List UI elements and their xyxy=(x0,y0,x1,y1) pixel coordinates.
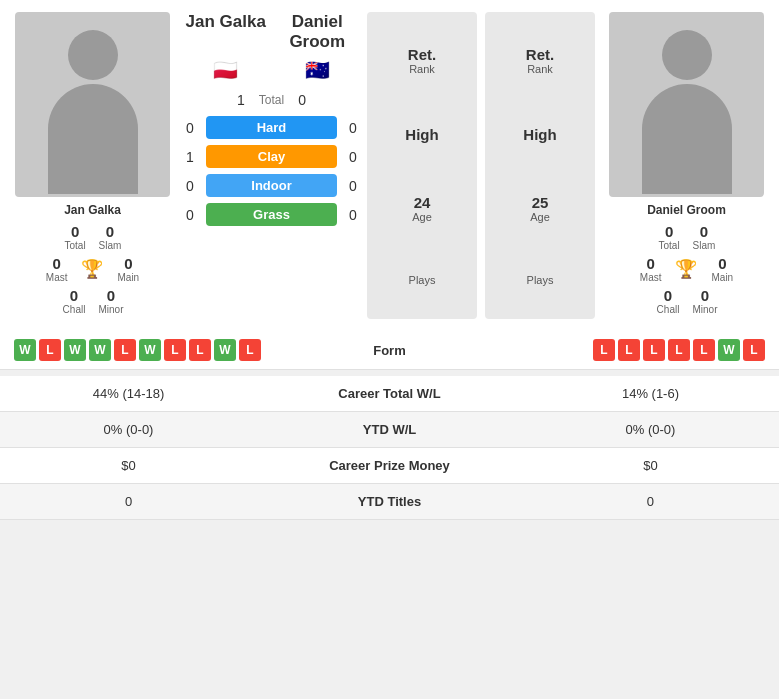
right-minor-stat: 0 Minor xyxy=(693,287,718,315)
player-names-row: Jan Galka Daniel Groom xyxy=(180,12,363,52)
stats-table: 44% (14-18) Career Total W/L 14% (1-6) 0… xyxy=(0,376,779,520)
left-chall-value: 0 xyxy=(70,287,78,304)
right-minor-label: Minor xyxy=(693,304,718,315)
right-chall-stat: 0 Chall xyxy=(655,287,680,315)
left-minor-value: 0 xyxy=(107,287,115,304)
grass-badge: Grass xyxy=(206,203,337,226)
left-form-badges: WLWWLWLLWL xyxy=(14,339,264,361)
right-player-card: Daniel Groom 0 Total 0 Slam 0 Mast 🏆 0 M… xyxy=(599,12,774,319)
clay-left-score: 1 xyxy=(180,149,200,165)
right-prize: $0 xyxy=(522,448,779,484)
form-badge-l: L xyxy=(743,339,765,361)
left-plays-label: Plays xyxy=(409,274,436,286)
right-player-avatar xyxy=(609,12,764,197)
left-age-value: 24 xyxy=(412,194,432,211)
form-badge-w: W xyxy=(14,339,36,361)
right-chall-label: Chall xyxy=(657,304,680,315)
left-mast-row: 0 Mast 🏆 0 Main xyxy=(46,255,139,283)
left-plays-item: Plays xyxy=(409,274,436,286)
right-main-stat: 0 Main xyxy=(711,255,733,283)
career-wl-label: Career Total W/L xyxy=(257,376,522,412)
right-rank-label: Rank xyxy=(526,63,554,75)
right-ytd-wl: 0% (0-0) xyxy=(522,412,779,448)
left-player-name: Jan Galka xyxy=(64,203,121,217)
titles-label: YTD Titles xyxy=(257,484,522,520)
total-label: Total xyxy=(259,93,284,107)
right-mast-row: 0 Mast 🏆 0 Main xyxy=(640,255,733,283)
left-ytd-wl: 0% (0-0) xyxy=(0,412,257,448)
right-form-badges: LLLLLWL xyxy=(515,339,765,361)
left-minor-label: Minor xyxy=(99,304,124,315)
left-main-value: 0 xyxy=(124,255,132,272)
right-plays-label: Plays xyxy=(527,274,554,286)
form-badge-w: W xyxy=(89,339,111,361)
form-badge-l: L xyxy=(693,339,715,361)
titles-row: 0 YTD Titles 0 xyxy=(0,484,779,520)
prize-row: $0 Career Prize Money $0 xyxy=(0,448,779,484)
right-total-stat: 0 Total xyxy=(658,223,681,251)
prize-label: Career Prize Money xyxy=(257,448,522,484)
career-wl-row: 44% (14-18) Career Total W/L 14% (1-6) xyxy=(0,376,779,412)
left-rank-label: Rank xyxy=(408,63,436,75)
left-total-value: 0 xyxy=(71,223,79,240)
right-total-label: Total xyxy=(659,240,680,251)
right-trophy-icon: 🏆 xyxy=(675,258,697,280)
surface-row-hard: 0 Hard 0 xyxy=(180,116,363,139)
form-badge-l: L xyxy=(39,339,61,361)
left-rank-value: Ret. xyxy=(408,46,436,63)
indoor-right-score: 0 xyxy=(343,178,363,194)
form-badge-w: W xyxy=(214,339,236,361)
right-slam-value: 0 xyxy=(700,223,708,240)
center-area: Jan Galka Daniel Groom 🇵🇱 🇦🇺 1 Total 0 0… xyxy=(180,12,363,319)
right-main-value: 0 xyxy=(718,255,726,272)
form-badge-w: W xyxy=(64,339,86,361)
form-badge-l: L xyxy=(593,339,615,361)
left-mast-label: Mast xyxy=(46,272,68,283)
left-high-value: High xyxy=(405,126,438,143)
form-badge-l: L xyxy=(618,339,640,361)
indoor-left-score: 0 xyxy=(180,178,200,194)
left-chall-label: Chall xyxy=(63,304,86,315)
hard-right-score: 0 xyxy=(343,120,363,136)
right-slam-stat: 0 Slam xyxy=(693,223,716,251)
surface-row-clay: 1 Clay 0 xyxy=(180,145,363,168)
left-slam-value: 0 xyxy=(106,223,114,240)
flags-row: 🇵🇱 🇦🇺 xyxy=(180,58,363,82)
right-player-name: Daniel Groom xyxy=(647,203,726,217)
left-mast-value: 0 xyxy=(52,255,60,272)
total-score-row: 1 Total 0 xyxy=(180,92,363,108)
right-player-name-top: Daniel Groom xyxy=(272,12,364,52)
grass-left-score: 0 xyxy=(180,207,200,223)
form-badge-w: W xyxy=(718,339,740,361)
left-minor-stat: 0 Minor xyxy=(99,287,124,315)
right-flag: 🇦🇺 xyxy=(272,58,364,82)
left-titles: 0 xyxy=(0,484,257,520)
form-label: Form xyxy=(264,343,514,358)
grass-right-score: 0 xyxy=(343,207,363,223)
form-badge-l: L xyxy=(668,339,690,361)
left-career-wl: 44% (14-18) xyxy=(0,376,257,412)
right-mast-stat: 0 Mast xyxy=(640,255,662,283)
right-high-value: High xyxy=(523,126,556,143)
left-rank-item: Ret. Rank xyxy=(408,46,436,75)
right-plays-item: Plays xyxy=(527,274,554,286)
form-badge-l: L xyxy=(114,339,136,361)
right-minor-value: 0 xyxy=(701,287,709,304)
form-badge-l: L xyxy=(164,339,186,361)
left-chall-stats: 0 Chall 0 Minor xyxy=(61,287,123,315)
right-age-item: 25 Age xyxy=(530,194,550,223)
left-mast-stat: 0 Mast xyxy=(46,255,68,283)
form-badge-l: L xyxy=(239,339,261,361)
form-badge-w: W xyxy=(139,339,161,361)
top-section: Jan Galka 0 Total 0 Slam 0 Mast 🏆 0 Main xyxy=(0,0,779,331)
ytd-wl-label: YTD W/L xyxy=(257,412,522,448)
right-age-value: 25 xyxy=(530,194,550,211)
left-player-name-top: Jan Galka xyxy=(180,12,272,52)
bottom-section: 44% (14-18) Career Total W/L 14% (1-6) 0… xyxy=(0,376,779,520)
left-main-stat: 0 Main xyxy=(117,255,139,283)
right-total-value: 0 xyxy=(665,223,673,240)
left-main-label: Main xyxy=(117,272,139,283)
left-prize: $0 xyxy=(0,448,257,484)
left-slam-stat: 0 Slam xyxy=(99,223,122,251)
right-mast-label: Mast xyxy=(640,272,662,283)
